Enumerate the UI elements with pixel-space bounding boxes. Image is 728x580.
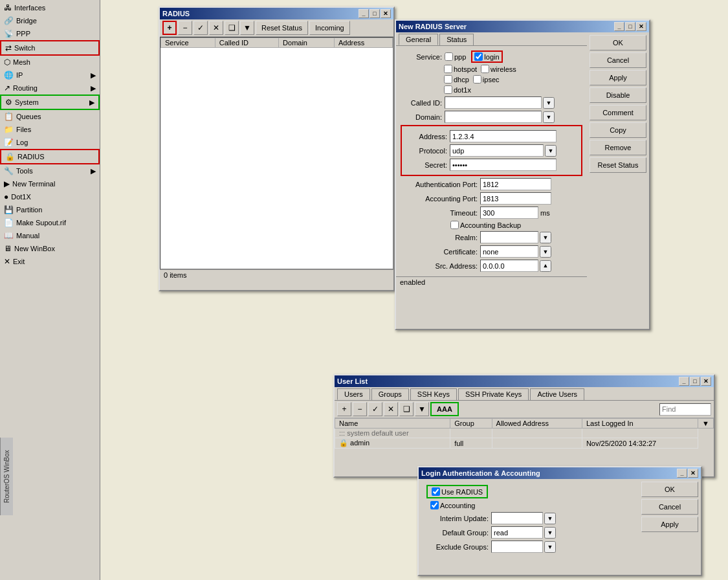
new-radius-minimize-btn[interactable]: _ (614, 22, 624, 31)
user-find-input[interactable] (659, 403, 711, 416)
address-input[interactable] (450, 130, 557, 142)
radius-remove-btn[interactable]: − (178, 21, 192, 35)
domain-dropdown-btn[interactable]: ▼ (543, 111, 555, 123)
called-id-input[interactable] (445, 96, 542, 109)
sidebar-item-dot1x[interactable]: ● Dot1X (0, 190, 100, 203)
user-list-minimize-btn[interactable]: _ (679, 377, 689, 386)
sidebar-item-switch[interactable]: ⇄ Switch (0, 40, 100, 56)
radius-toggle-btn[interactable]: ✓ (193, 21, 208, 35)
sidebar-item-radius[interactable]: 🔒 RADIUS (0, 149, 100, 164)
copy-btn[interactable]: Copy (590, 122, 646, 138)
user-remove-btn[interactable]: − (353, 402, 367, 416)
user-toggle-btn[interactable]: ✓ (368, 402, 382, 416)
realm-input[interactable] (480, 231, 538, 243)
user-add-btn[interactable]: + (337, 402, 351, 416)
wireless-checkbox-label[interactable]: wireless (481, 65, 516, 73)
dot1x-checkbox[interactable] (444, 85, 452, 94)
new-radius-close-btn[interactable]: ✕ (636, 22, 646, 31)
aaa-btn[interactable]: AAA (430, 402, 459, 416)
hotspot-checkbox-label[interactable]: hotspot (444, 65, 477, 73)
cert-dropdown-btn[interactable]: ▼ (540, 246, 551, 258)
tab-status[interactable]: Status (439, 34, 474, 45)
tab-ssh-private-keys[interactable]: SSH Private Keys (458, 388, 529, 400)
login-checkbox-label[interactable]: login (471, 50, 502, 63)
radius-delete-btn[interactable]: ✕ (209, 21, 223, 35)
auth-port-input[interactable] (480, 178, 551, 190)
src-addr-input[interactable] (480, 260, 538, 272)
new-radius-maximize-btn[interactable]: □ (625, 22, 635, 31)
user-delete-btn[interactable]: ✕ (384, 402, 398, 416)
login-auth-cancel-btn[interactable]: Cancel (641, 499, 698, 515)
sidebar-item-new-terminal[interactable]: ▶ New Terminal (0, 177, 100, 190)
default-group-input[interactable] (491, 526, 543, 539)
login-auth-ok-btn[interactable]: OK (641, 482, 698, 497)
radius-titlebar[interactable]: RADIUS _ □ ✕ (160, 8, 393, 19)
hotspot-checkbox[interactable] (444, 65, 452, 73)
sidebar-item-ip[interactable]: 🌐 IP ▶ (0, 69, 100, 82)
secret-input[interactable] (450, 159, 557, 171)
tab-groups[interactable]: Groups (371, 388, 409, 400)
tab-active-users[interactable]: Active Users (530, 388, 584, 400)
sidebar-item-bridge[interactable]: 🔗 Bridge (0, 14, 100, 27)
reset-status-btn[interactable]: Reset Status (590, 157, 646, 173)
user-list-titlebar[interactable]: User List _ □ ✕ (335, 375, 714, 387)
sidebar-item-new-winbox[interactable]: 🖥 New WinBox (0, 242, 100, 255)
radius-incoming-btn[interactable]: Incoming (309, 21, 350, 35)
domain-input[interactable] (445, 111, 542, 123)
src-addr-dropdown-btn[interactable]: ▼ (540, 260, 551, 272)
sidebar-item-ppp[interactable]: 📡 PPP (0, 27, 100, 40)
radius-copy-btn[interactable]: ❑ (225, 21, 239, 35)
comment-btn[interactable]: Comment (590, 105, 646, 120)
ppp-checkbox-label[interactable]: ppp (445, 50, 466, 63)
wireless-checkbox[interactable] (481, 65, 489, 73)
accounting-checkbox[interactable] (430, 501, 439, 509)
default-group-dropdown-btn[interactable]: ▼ (544, 527, 556, 539)
login-checkbox[interactable] (474, 52, 483, 61)
realm-dropdown-btn[interactable]: ▼ (540, 232, 551, 243)
exclude-groups-dropdown-btn[interactable]: ▼ (544, 541, 556, 553)
disable-btn[interactable]: Disable (590, 87, 646, 103)
sidebar-item-tools[interactable]: 🔧 Tools ▶ (0, 164, 100, 177)
use-radius-label[interactable]: Use RADIUS (426, 485, 488, 498)
sidebar-item-make-supout[interactable]: 📄 Make Supout.rif (0, 216, 100, 229)
sidebar-item-partition[interactable]: 💾 Partition (0, 203, 100, 216)
apply-btn[interactable]: Apply (590, 70, 646, 85)
sidebar-item-mesh[interactable]: ⬡ Mesh (0, 56, 100, 69)
accounting-label[interactable]: Accounting (430, 501, 475, 509)
login-auth-titlebar[interactable]: Login Authentication & Accounting _ ✕ (419, 467, 701, 479)
new-radius-titlebar[interactable]: New RADIUS Server _ □ ✕ (396, 21, 649, 32)
login-auth-minimize-btn[interactable]: _ (677, 469, 687, 478)
timeout-input[interactable] (480, 206, 538, 219)
remove-btn[interactable]: Remove (590, 140, 646, 155)
called-id-dropdown-btn[interactable]: ▼ (543, 97, 555, 109)
login-auth-apply-btn[interactable]: Apply (641, 517, 698, 532)
use-radius-checkbox[interactable] (432, 487, 440, 496)
acct-backup-checkbox[interactable] (450, 221, 459, 229)
radius-minimize-btn[interactable]: _ (358, 9, 369, 18)
radius-filter-btn[interactable]: ▼ (240, 21, 254, 35)
interim-update-input[interactable] (491, 512, 543, 524)
sidebar-item-queues[interactable]: 📋 Queues (0, 110, 100, 123)
radius-close-btn[interactable]: ✕ (381, 9, 391, 18)
user-list-close-btn[interactable]: ✕ (701, 377, 711, 386)
cert-input[interactable] (480, 245, 538, 258)
protocol-dropdown-btn[interactable]: ▼ (545, 145, 557, 157)
sidebar-item-exit[interactable]: ✕ Exit (0, 255, 100, 268)
acct-port-input[interactable] (480, 192, 551, 205)
cancel-btn[interactable]: Cancel (590, 52, 646, 68)
interim-update-dropdown-btn[interactable]: ▼ (544, 513, 556, 524)
protocol-input[interactable] (450, 144, 544, 157)
ppp-checkbox[interactable] (445, 52, 453, 61)
sidebar-item-routing[interactable]: ↗ Routing ▶ (0, 82, 100, 95)
user-copy-btn[interactable]: ❑ (399, 402, 414, 416)
tab-users[interactable]: Users (337, 388, 370, 400)
radius-add-btn[interactable]: + (162, 21, 177, 35)
ipsec-checkbox[interactable] (473, 75, 481, 84)
ipsec-checkbox-label[interactable]: ipsec (473, 75, 500, 84)
sidebar-item-interfaces[interactable]: 🖧 Interfaces (0, 1, 100, 14)
acct-backup-label[interactable]: Accounting Backup (450, 221, 521, 229)
tab-ssh-keys[interactable]: SSH Keys (410, 388, 457, 400)
sidebar-item-manual[interactable]: 📖 Manual (0, 229, 100, 242)
sidebar-item-system[interactable]: ⚙ System ▶ (0, 95, 100, 110)
tab-general[interactable]: General (399, 34, 438, 45)
